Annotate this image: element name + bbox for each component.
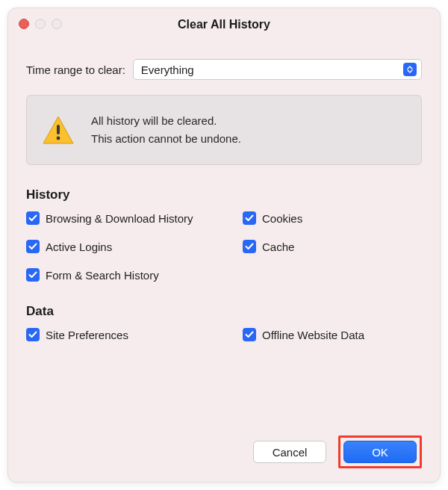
checkbox-cache[interactable]: Cache [243,240,422,253]
checkbox-icon [26,211,40,225]
checkbox-icon [243,240,256,253]
select-arrows-icon [403,63,417,76]
checkbox-label: Cookies [262,212,302,225]
titlebar: Clear All History [8,8,440,41]
checkbox-icon [26,328,40,341]
ok-button-label: OK [372,446,388,459]
warning-text: All history will be cleared. This action… [91,112,241,148]
cancel-button-label: Cancel [273,446,308,459]
checkbox-active-logins[interactable]: Active Logins [26,240,243,253]
checkbox-site-preferences[interactable]: Site Preferences [26,328,243,341]
checkbox-cookies[interactable]: Cookies [243,211,422,225]
button-row: Cancel OK [26,435,422,468]
window-controls [19,19,62,29]
minimize-window-button[interactable] [35,19,46,29]
checkbox-icon [26,240,40,253]
data-heading: Data [26,304,422,319]
checkbox-label: Site Preferences [46,329,128,341]
ok-button[interactable]: OK [343,441,417,463]
ok-button-highlight: OK [338,435,422,468]
maximize-window-button[interactable] [52,19,62,29]
dialog-title: Clear All History [178,18,270,31]
clear-history-dialog: Clear All History Time range to clear: E… [7,7,441,483]
cancel-button[interactable]: Cancel [253,441,326,463]
checkbox-label: Cache [262,241,294,253]
close-window-button[interactable] [19,19,29,29]
time-range-value: Everything [141,63,194,76]
history-heading: History [26,187,422,202]
checkbox-icon [243,211,256,225]
warning-line-2: This action cannot be undone. [91,130,241,148]
checkbox-browsing-download[interactable]: Browsing & Download History [26,211,243,225]
checkbox-offline-website-data[interactable]: Offline Website Data [243,328,422,341]
warning-box: All history will be cleared. This action… [26,95,422,165]
checkbox-form-search[interactable]: Form & Search History [26,268,243,282]
checkbox-label: Browsing & Download History [46,212,193,225]
warning-line-1: All history will be cleared. [91,112,241,130]
history-checkbox-grid: Browsing & Download History Cookies Acti… [26,211,422,282]
checkbox-label: Active Logins [46,241,112,253]
warning-icon [42,115,75,145]
svg-point-1 [57,137,60,140]
checkbox-icon [243,328,256,341]
checkbox-icon [26,268,40,282]
checkbox-label: Offline Website Data [262,329,364,341]
svg-rect-0 [57,125,60,134]
time-range-row: Time range to clear: Everything [26,59,422,80]
data-checkbox-grid: Site Preferences Offline Website Data [26,328,422,341]
dialog-content: Time range to clear: Everything All hist… [8,41,440,482]
checkbox-label: Form & Search History [46,269,159,282]
time-range-select[interactable]: Everything [133,59,422,80]
time-range-label: Time range to clear: [26,63,125,76]
